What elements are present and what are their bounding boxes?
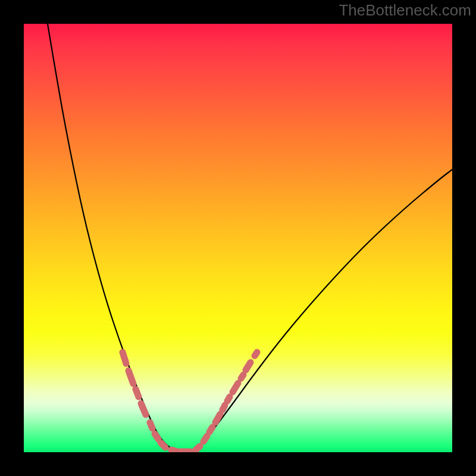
dash-segment bbox=[123, 352, 126, 364]
dash-segment bbox=[227, 397, 230, 401]
dash-segment bbox=[129, 371, 133, 384]
dash-segment bbox=[141, 403, 146, 415]
dash-segment bbox=[255, 352, 257, 356]
watermark-text: TheBottleneck.com bbox=[339, 1, 471, 20]
dash-segment bbox=[171, 450, 176, 451]
plot-svg bbox=[24, 24, 452, 452]
dash-segment bbox=[215, 414, 220, 422]
plot-area bbox=[24, 24, 452, 452]
main-curve bbox=[48, 24, 452, 452]
dash-segment bbox=[150, 422, 152, 428]
chart-outer-frame: TheBottleneck.com bbox=[0, 0, 476, 476]
dash-segment bbox=[161, 443, 165, 447]
dash-overlay-layer bbox=[123, 352, 257, 452]
dash-segment bbox=[233, 383, 238, 392]
dash-segment bbox=[155, 434, 158, 439]
dash-segment bbox=[136, 389, 139, 397]
dash-segment bbox=[241, 375, 243, 378]
curve-layer bbox=[48, 24, 452, 452]
dash-segment bbox=[246, 362, 250, 370]
dash-segment bbox=[203, 436, 207, 441]
dash-segment bbox=[196, 446, 200, 450]
dash-segment bbox=[209, 427, 212, 432]
dash-segment bbox=[223, 405, 225, 410]
